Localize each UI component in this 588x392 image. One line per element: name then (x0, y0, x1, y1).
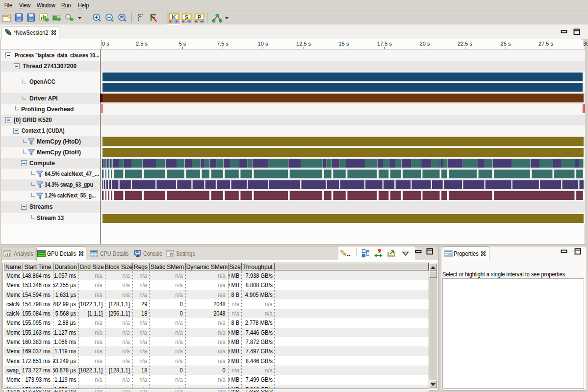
svg-text:S: S (185, 14, 189, 20)
svg-text:P: P (198, 14, 202, 20)
svg-text:K: K (172, 14, 176, 20)
